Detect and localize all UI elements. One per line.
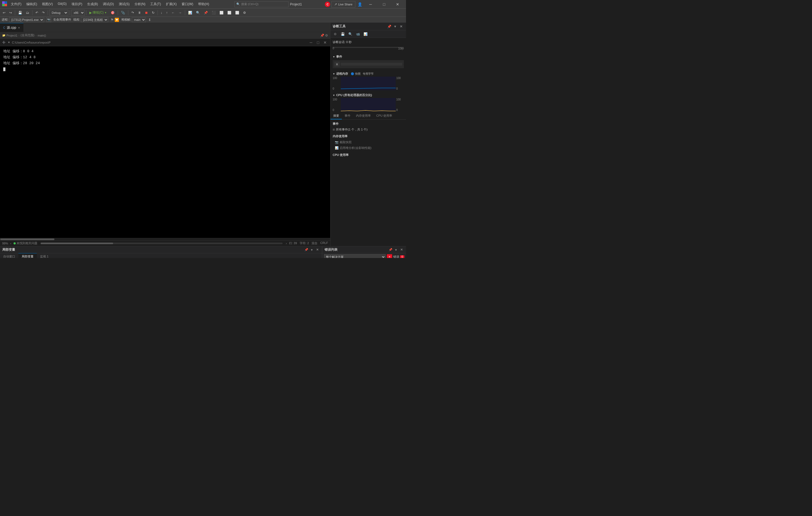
process-select[interactable]: [17312] Project1.exe — [9, 17, 44, 22]
console-new-tab-icon[interactable]: ➕ — [2, 41, 5, 44]
stack-select[interactable]: main — [132, 17, 146, 22]
diag-chart-btn[interactable]: 📊 — [362, 31, 368, 37]
events-pause-btn[interactable]: ⏸ — [334, 62, 340, 66]
clear-errors-btn[interactable]: ✕ — [387, 254, 392, 258]
toolbar-redo[interactable]: ↷ — [40, 9, 46, 16]
tab-locals[interactable]: 局部变量 — [19, 253, 37, 258]
minimize-button[interactable]: ─ — [364, 0, 377, 9]
diag-scroll-area[interactable]: 诊断会话: 0 秒 10秒 0 ▼ 事件 ⏸ — [330, 38, 406, 246]
pin-icon[interactable]: 📌 — [320, 34, 324, 37]
console-body[interactable]: 地址 偏移：8 0 4 地址 偏移：12 4 8 地址 偏移：28 20 24 — [0, 46, 330, 238]
toolbar-forward[interactable]: → — [177, 9, 183, 16]
tab-source-cpp[interactable]: C 源.cpp ✕ — [0, 23, 24, 32]
menu-build[interactable]: 生成(B) — [85, 1, 100, 7]
status-scrollbar[interactable] — [40, 242, 283, 244]
live-share-button[interactable]: ↗ Live Share — [331, 1, 355, 7]
console-dropdown-icon[interactable]: ▼ — [7, 41, 10, 44]
toolbar-diag[interactable]: 📌 — [202, 9, 209, 16]
diag-tab-memory[interactable]: 内存使用率 — [353, 113, 374, 119]
toolbar-undo[interactable]: ↶ — [34, 9, 40, 16]
error-pin-btn[interactable]: 📌 — [388, 248, 393, 252]
user-avatar[interactable]: C — [325, 2, 330, 7]
locals-pin-btn[interactable]: 📌 — [304, 248, 309, 252]
snapshot-link[interactable]: 📷 截取快照 — [332, 139, 404, 145]
diag-tab-events[interactable]: 事件 — [342, 113, 353, 119]
toolbar-save-all[interactable]: 🗂 — [24, 9, 31, 16]
console-maximize-btn[interactable]: □ — [315, 40, 321, 45]
error-close-btn[interactable]: ✕ — [399, 248, 404, 252]
debug-config-dropdown[interactable]: Debug — [49, 10, 68, 16]
breadcrumb-func[interactable]: main() — [38, 34, 46, 37]
toolbar-nav4[interactable]: ⬜ — [234, 9, 241, 16]
menu-debug[interactable]: 调试(D) — [101, 1, 116, 7]
menu-tools[interactable]: 工具(T) — [148, 1, 163, 7]
heap-link[interactable]: 📊 启用堆分析(会影响性能) — [332, 145, 404, 151]
menu-analyze[interactable]: 分析(N) — [133, 1, 148, 7]
locals-close-btn[interactable]: ✕ — [315, 248, 320, 252]
diag-tab-cpu[interactable]: CPU 使用率 — [374, 113, 395, 119]
toolbar-back[interactable]: ← — [170, 9, 176, 16]
events-section-header[interactable]: ▼ 事件 — [332, 54, 404, 60]
platform-dropdown[interactable]: x86 — [71, 10, 85, 16]
diag-close-btn[interactable]: ✕ — [399, 24, 404, 29]
toolbar-new[interactable]: ↩ — [1, 9, 7, 16]
maximize-button[interactable]: □ — [378, 0, 390, 9]
toolbar-stop[interactable]: ⏹ — [143, 9, 150, 16]
nav-left-icon[interactable]: ‹ — [10, 242, 11, 245]
menu-git[interactable]: Git(G) — [56, 1, 69, 7]
menu-edit[interactable]: 编辑(E) — [24, 1, 39, 7]
search-box[interactable]: 🔍 搜索 (Ctrl+Q) — [234, 1, 289, 7]
toolbar-target[interactable]: 🎯 — [109, 9, 116, 16]
settings-icon[interactable]: ⚙ — [325, 34, 328, 37]
locals-dropdown-btn[interactable]: ▼ — [309, 248, 314, 252]
close-button[interactable]: ✕ — [392, 0, 404, 9]
diag-tab-summary[interactable]: 摘要 — [330, 113, 342, 119]
flag-icon[interactable]: ⚑ — [110, 18, 114, 22]
toolbar-attach[interactable]: 📎 — [119, 9, 127, 16]
toolbar-nav3[interactable]: ⬜ — [226, 9, 233, 16]
diag-save-btn[interactable]: 💾 — [340, 31, 346, 37]
toolbar-settings[interactable]: ⚙ — [241, 9, 248, 16]
diag-record-btn[interactable]: 📹 — [355, 31, 361, 37]
toolbar-nav2[interactable]: ⬜ — [218, 9, 225, 16]
nav-right-icon[interactable]: › — [286, 242, 287, 245]
toolbar-open[interactable]: ↪ — [7, 9, 13, 16]
diag-dropdown-btn[interactable]: ▼ — [393, 24, 398, 29]
breadcrumb-scope[interactable]: (全局范围) — [21, 33, 34, 37]
error-filter-select[interactable]: 整个解决方案 — [324, 254, 386, 258]
toolbar-save[interactable]: 💾 — [17, 9, 24, 16]
diag-search-btn[interactable]: 🔍 — [347, 31, 353, 37]
error-dropdown-btn[interactable]: ▼ — [394, 248, 399, 252]
continue-button[interactable]: ▶ 继续(C) ▼ — [88, 9, 109, 16]
personalize-icon[interactable]: 👤 — [356, 2, 363, 6]
snapshot-btn[interactable]: 📷 — [46, 17, 51, 22]
toolbar-step-over[interactable]: ↷ — [129, 9, 136, 16]
menu-test[interactable]: 测试(S) — [117, 1, 132, 7]
toolbar-perf[interactable]: 📊 — [186, 9, 194, 16]
menu-help[interactable]: 帮助(H) — [196, 1, 211, 7]
toolbar-step-out[interactable]: ↑ — [165, 9, 169, 16]
menu-file[interactable]: 文件(F) — [9, 1, 24, 7]
thread-select[interactable]: [22340] 主线程 — [81, 17, 108, 22]
console-minimize-btn[interactable]: ─ — [308, 40, 314, 45]
toolbar-mem[interactable]: 🔍 — [194, 9, 202, 16]
flag-filter-icon[interactable]: 🔽 — [115, 18, 119, 22]
toolbar-restart[interactable]: ↻ — [150, 9, 156, 16]
cpu-section-header[interactable]: ▼ CPU (所有处理器的百分比) — [332, 92, 404, 98]
toolbar-nav1[interactable]: ⬛ — [210, 9, 218, 16]
editor-h-scrollbar[interactable] — [0, 238, 330, 240]
toolbar-step-into[interactable]: ↓ — [159, 9, 164, 16]
diag-pin-btn[interactable]: 📌 — [386, 24, 392, 29]
tab-watch-1[interactable]: 监视 1 — [37, 253, 52, 258]
tab-close-icon[interactable]: ✕ — [18, 26, 20, 29]
stack-down-icon[interactable]: ⬇ — [148, 18, 151, 22]
menu-project[interactable]: 项目(P) — [69, 1, 84, 7]
menu-view[interactable]: 视图(V) — [40, 1, 55, 7]
breadcrumb-project[interactable]: Project1 — [6, 34, 17, 37]
toolbar-pause[interactable]: ⏸ — [136, 9, 143, 16]
memory-section-header[interactable]: ▼ 进程内存 🔵 快照 专用字节 — [332, 71, 404, 77]
menu-window[interactable]: 窗口(W) — [179, 1, 196, 7]
menu-extensions[interactable]: 扩展(X) — [164, 1, 179, 7]
tab-auto-window[interactable]: 自动窗口 — [0, 253, 19, 258]
diag-settings-btn[interactable]: ⚙ — [332, 31, 338, 37]
